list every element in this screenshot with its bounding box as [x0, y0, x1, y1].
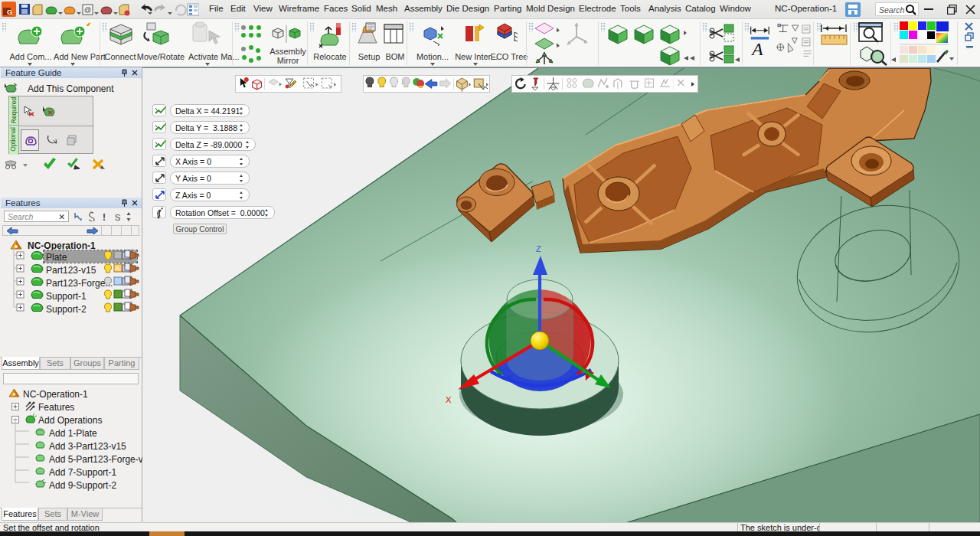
svg-text:!: ! — [103, 212, 106, 222]
svg-text:X: X — [446, 395, 452, 404]
svg-text:S: S — [115, 213, 120, 222]
svg-text:G: G — [7, 8, 12, 16]
svg-text:Z: Z — [536, 244, 541, 253]
svg-text:A: A — [750, 39, 763, 59]
svg-text:Y: Y — [618, 391, 624, 400]
svg-text:@: @ — [84, 6, 91, 14]
